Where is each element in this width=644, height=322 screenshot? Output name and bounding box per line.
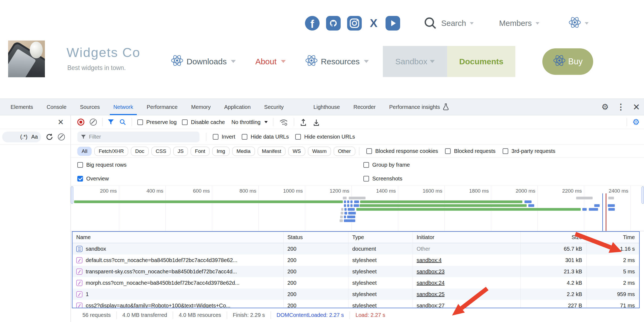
request-row-sandbox[interactable]: sandbox200documentOther65.7 kB1.16 s: [72, 243, 639, 254]
close-devtools-icon[interactable]: ×: [633, 101, 640, 113]
header-react-menu[interactable]: [569, 16, 589, 31]
overview-bar: [344, 219, 355, 222]
tab-memory[interactable]: Memory: [184, 99, 217, 115]
column-header-initiator[interactable]: Initiator: [413, 232, 521, 243]
checkbox-icon: [213, 134, 218, 140]
column-header-name[interactable]: Name: [72, 232, 284, 243]
tab-performance-insights[interactable]: Performance insights: [382, 99, 456, 115]
request-row-css2-display-auto-family-robot[interactable]: css2?display=auto&family=Roboto+100&text…: [72, 300, 639, 308]
network-settings-gear-icon[interactable]: ⚙: [632, 118, 640, 126]
tab-recorder[interactable]: Recorder: [347, 99, 382, 115]
request-row-1[interactable]: 1200stylesheetsandbox:252.2 kB959 ms: [72, 289, 639, 300]
filter-chip-other[interactable]: Other: [334, 147, 355, 156]
group-by-frame-checkbox[interactable]: Group by frame: [363, 162, 410, 168]
regex-toggle[interactable]: (.*): [20, 134, 28, 140]
filter-chip-doc[interactable]: Doc: [131, 147, 149, 156]
filter-chip-wasm[interactable]: Wasm: [308, 147, 331, 156]
instagram-icon[interactable]: [347, 16, 362, 31]
site-header: f X Search Members W: [0, 0, 644, 99]
network-conditions-icon[interactable]: [279, 118, 288, 126]
blocked-response-cookies-checkbox[interactable]: Blocked response cookies: [366, 148, 438, 154]
filter-chip-img[interactable]: Img: [212, 147, 230, 156]
tab-sources[interactable]: Sources: [73, 99, 107, 115]
disable-cache-checkbox[interactable]: Disable cache: [182, 119, 225, 125]
initiator-link[interactable]: sandbox:24: [417, 280, 444, 286]
request-row-morph-css-ccm-nocache-ba8450b1[interactable]: morph.css?ccm_nocache=ba8450b1def72bc7ac…: [72, 277, 639, 289]
tab-label: Performance: [147, 104, 178, 110]
cell-initiator: sandbox:24: [413, 277, 521, 289]
column-header-status[interactable]: Status: [284, 232, 348, 243]
nav-sandbox[interactable]: Sandbox: [383, 46, 447, 77]
github-icon[interactable]: [326, 16, 341, 31]
record-button[interactable]: [77, 119, 84, 126]
timeline-scroll-gripper[interactable]: [71, 186, 73, 204]
kebab-menu-icon[interactable]: ⋮: [617, 103, 625, 111]
nav-about[interactable]: About: [255, 57, 286, 66]
initiator-link[interactable]: sandbox:23: [417, 269, 444, 275]
filter-chip-font[interactable]: Font: [191, 147, 210, 156]
hide-data-urls-checkbox[interactable]: Hide data URLs: [242, 134, 289, 140]
filter-chip-media[interactable]: Media: [232, 147, 255, 156]
export-har-icon[interactable]: [313, 118, 320, 126]
big-request-rows-checkbox[interactable]: Big request rows: [77, 162, 127, 168]
options-row-1: Big request rows Group by frame: [71, 158, 644, 172]
overview-bar: [344, 204, 346, 207]
nav-downloads[interactable]: Downloads: [171, 54, 236, 69]
timeline-tick-label: 1400 ms: [358, 188, 396, 194]
screenshots-checkbox[interactable]: Screenshots: [363, 176, 402, 182]
x-twitter-icon[interactable]: X: [368, 16, 379, 31]
nav-resources[interactable]: Resources: [305, 54, 369, 69]
facebook-icon[interactable]: f: [305, 16, 320, 31]
nav-documents[interactable]: Documents: [447, 46, 515, 77]
case-sensitive-toggle[interactable]: Aa: [31, 134, 38, 140]
request-row-default-css-ccm-nocache-ba8450[interactable]: default.css?ccm_nocache=ba8450b1def72bc7…: [72, 254, 639, 266]
3rd-party-requests-checkbox[interactable]: 3rd-party requests: [503, 148, 555, 154]
filter-chip-manifest[interactable]: Manifest: [258, 147, 286, 156]
clear-search-icon[interactable]: [58, 133, 65, 140]
filter-chip-css[interactable]: CSS: [151, 147, 171, 156]
youtube-icon[interactable]: [386, 16, 400, 31]
filter-chip-js[interactable]: JS: [173, 147, 188, 156]
column-header-size[interactable]: Size: [521, 232, 587, 243]
network-overview-timeline[interactable]: 200 ms400 ms600 ms800 ms1000 ms1200 ms14…: [71, 186, 644, 231]
hide-extension-urls-checkbox[interactable]: Hide extension URLs: [295, 134, 355, 140]
tab-application[interactable]: Application: [217, 99, 257, 115]
header-search[interactable]: Search: [423, 16, 474, 30]
tab-security[interactable]: Security: [257, 99, 290, 115]
tab-elements[interactable]: Elements: [4, 99, 40, 115]
initiator-link[interactable]: sandbox:4: [417, 257, 441, 263]
network-search-icon[interactable]: [119, 119, 126, 126]
tab-lighthouse[interactable]: Lighthouse: [307, 99, 347, 115]
filter-input[interactable]: Filter: [77, 132, 200, 142]
tab-performance[interactable]: Performance: [140, 99, 185, 115]
filter-funnel-icon[interactable]: [108, 119, 114, 125]
logo-image[interactable]: [8, 41, 45, 77]
column-header-time[interactable]: Time: [587, 232, 639, 243]
overview-bar: [356, 208, 581, 211]
initiator-link[interactable]: sandbox:25: [417, 291, 444, 297]
timeline-scroll-gripper[interactable]: [642, 186, 644, 204]
settings-gear-icon[interactable]: ⚙: [602, 103, 609, 111]
about-caret-icon: [281, 60, 286, 63]
preserve-log-checkbox[interactable]: Preserve log: [137, 119, 177, 125]
search-close-icon[interactable]: ×: [58, 117, 64, 127]
initiator-link[interactable]: sandbox:27: [417, 303, 444, 308]
search-drawer-input[interactable]: (.*) Aa: [2, 132, 41, 142]
header-members[interactable]: Members: [499, 19, 539, 28]
tab-network[interactable]: Network: [107, 99, 140, 115]
overview-checkbox[interactable]: Overview: [77, 176, 109, 182]
refresh-icon[interactable]: [45, 133, 54, 141]
import-har-icon[interactable]: [300, 118, 307, 126]
blocked-requests-checkbox[interactable]: Blocked requests: [445, 148, 495, 154]
buy-button[interactable]: Buy: [542, 48, 593, 75]
overview-bar: [360, 200, 522, 203]
throttling-select[interactable]: No throttling: [231, 119, 268, 125]
column-header-type[interactable]: Type: [348, 232, 413, 243]
filter-chip-all[interactable]: All: [77, 147, 92, 156]
filter-chip-fetch-xhr[interactable]: Fetch/XHR: [94, 147, 128, 156]
filter-chip-ws[interactable]: WS: [288, 147, 305, 156]
request-row-transparent-sky-css-ccm-nocach[interactable]: transparent-sky.css?ccm_nocache=ba8450b1…: [72, 266, 639, 277]
tab-console[interactable]: Console: [40, 99, 73, 115]
invert-checkbox[interactable]: Invert: [213, 134, 235, 140]
clear-network-log-icon[interactable]: [90, 119, 97, 126]
